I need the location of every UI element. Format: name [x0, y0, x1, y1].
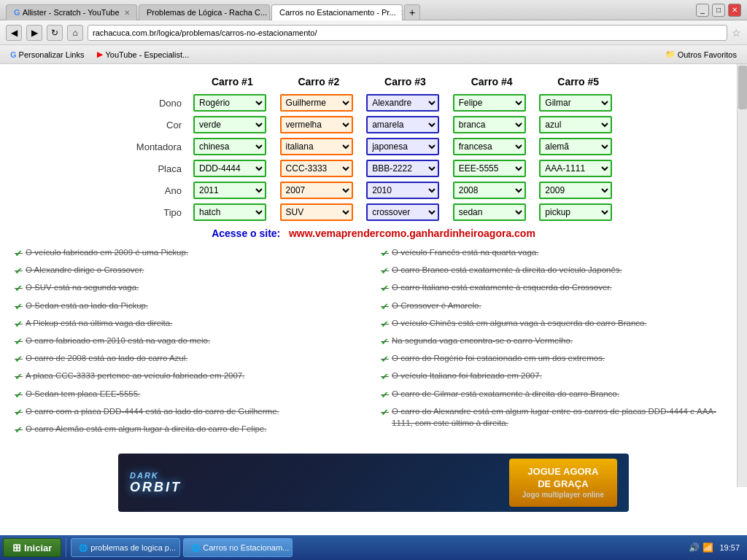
- select-car3-ano[interactable]: 2010: [366, 182, 439, 199]
- select-car3-dono[interactable]: Alexandre: [366, 94, 439, 112]
- select-car5-dono[interactable]: Gilmar: [539, 94, 612, 112]
- select-car2-dono[interactable]: Guilherme: [280, 94, 353, 112]
- clue-check-icon: ✔: [381, 353, 389, 366]
- car4-header: Carro #4: [449, 71, 535, 92]
- ad-banner[interactable]: DARK ORBIT JOGUE AGORA DE GRAÇA Jogo mul…: [118, 454, 629, 512]
- forward-button[interactable]: ▶: [26, 25, 42, 41]
- clue-text: O carro do Alexandre está em algum lugar…: [392, 405, 732, 429]
- close-button[interactable]: ✕: [728, 4, 741, 17]
- clue-text: O Alexandre dirige o Crossover.: [26, 264, 144, 276]
- clue-check-icon: ✔: [381, 282, 389, 295]
- select-car4-placa[interactable]: EEE-5555: [453, 160, 526, 177]
- clue-text: O carro Alemão está em algum lugar à dir…: [26, 423, 266, 435]
- clue-text: O carro com a placa DDD-4444 está ao lad…: [26, 405, 279, 417]
- select-car2-tipo[interactable]: SUV: [280, 203, 353, 221]
- minimize-button[interactable]: _: [696, 4, 709, 17]
- select-car1-placa[interactable]: DDD-4444: [193, 160, 266, 177]
- clue-check-icon: ✔: [15, 370, 23, 384]
- clue-check-icon: ✔: [15, 353, 23, 366]
- ad-play-button[interactable]: JOGUE AGORA DE GRAÇA Jogo multiplayer on…: [509, 459, 617, 508]
- browser-titlebar: G Allister - Scratch - YouTube ✕ Problem…: [0, 0, 747, 20]
- clue-check-icon: ✔: [381, 265, 389, 278]
- clue-item: ✔O veículo Chinês está em alguma vaga à …: [381, 317, 732, 331]
- select-car2-cor[interactable]: vermelha: [280, 116, 353, 133]
- ad-sub-text: Jogo multiplayer online: [522, 490, 604, 499]
- folder-icon: 📁: [665, 50, 676, 59]
- car5-header: Carro #5: [535, 71, 622, 92]
- scroll-thumb[interactable]: [738, 66, 747, 109]
- select-car2-placa[interactable]: CCC-3333: [280, 160, 353, 177]
- select-car1-ano[interactable]: 2011: [193, 182, 266, 199]
- clue-text: O carro Italiano está exatamente à esque…: [392, 281, 612, 293]
- back-button[interactable]: ◀: [6, 25, 22, 41]
- new-tab-button[interactable]: +: [404, 4, 420, 20]
- home-button[interactable]: ⌂: [67, 25, 83, 41]
- select-car5-ano[interactable]: 2009: [539, 182, 612, 199]
- clue-check-icon: ✔: [381, 389, 389, 402]
- select-car2-ano[interactable]: 2007: [280, 182, 353, 199]
- select-car4-montadora[interactable]: francesa: [453, 138, 526, 155]
- tab-close-icon[interactable]: ✕: [400, 9, 403, 17]
- select-car3-montadora[interactable]: japonesa: [366, 138, 439, 155]
- cell-car2-dono: Guilherme: [276, 92, 363, 114]
- select-car4-cor[interactable]: branca: [453, 116, 526, 133]
- promo-site-link[interactable]: www.vemaprendercomo.ganhardinheiroagora.…: [289, 228, 535, 239]
- select-car1-tipo[interactable]: hatch: [193, 203, 266, 221]
- clue-item: ✔O veículo Italiano foi fabricado em 200…: [381, 370, 732, 384]
- row-label-cor: Cor: [125, 114, 189, 136]
- clue-text: O Sedan tem placa EEE-5555.: [26, 388, 140, 400]
- select-car2-montadora[interactable]: italiana: [280, 138, 353, 155]
- select-car5-tipo[interactable]: pickup: [539, 203, 612, 221]
- cell-car5-cor: azul: [535, 114, 622, 136]
- clue-check-icon: ✔: [15, 300, 23, 314]
- cell-car3-dono: Alexandre: [362, 92, 449, 114]
- tab-close-icon[interactable]: ✕: [124, 9, 130, 17]
- tab-rachacuca[interactable]: Problemas de Lógica - Racha C... ✕: [139, 4, 270, 20]
- cell-car1-ano: 2011: [189, 179, 276, 201]
- tab-carros[interactable]: Carros no Estacionamento - Pr... ✕: [271, 4, 403, 20]
- clue-text: O SUV está na segunda vaga.: [26, 281, 139, 293]
- clue-item: ✔O Sedan tem placa EEE-5555.: [15, 388, 366, 402]
- clue-item: ✔O SUV está na segunda vaga.: [15, 281, 366, 295]
- clue-item: ✔O carro Branco está exatamente à direit…: [381, 264, 732, 278]
- select-car1-dono[interactable]: Rogério: [193, 94, 266, 112]
- other-favorites[interactable]: 📁 Outros Favoritos: [661, 48, 741, 61]
- select-car1-montadora[interactable]: chinesa: [193, 138, 266, 155]
- cell-car3-placa: BBB-2222: [362, 158, 449, 179]
- select-car5-placa[interactable]: AAA-1111: [539, 160, 612, 177]
- scrollbar[interactable]: [737, 64, 747, 487]
- tab-scratch[interactable]: G Allister - Scratch - YouTube ✕: [6, 4, 137, 20]
- bookmark-personalizar[interactable]: G Personalizar Links: [6, 49, 88, 61]
- select-car1-cor[interactable]: verde: [193, 116, 266, 133]
- select-car4-tipo[interactable]: sedan: [453, 203, 526, 221]
- clue-text: A Pickup está na última vaga da direita.: [26, 317, 172, 329]
- clue-item: ✔O veículo fabricado em 2009 é uma Picku…: [15, 246, 366, 260]
- cell-car3-tipo: crossover: [362, 201, 449, 223]
- maximize-button[interactable]: □: [712, 4, 725, 17]
- address-bar[interactable]: [88, 25, 727, 41]
- bookmark-star-icon[interactable]: ☆: [732, 27, 741, 39]
- bookmark-youtube[interactable]: ▶ YouTube - Especialist...: [93, 49, 193, 61]
- select-car5-cor[interactable]: azul: [539, 116, 612, 133]
- ad-logo: DARK ORBIT: [130, 471, 182, 495]
- clue-item: ✔O veículo Francês está na quarta vaga.: [381, 246, 732, 260]
- clue-text: O carro do Rogério foi estacionado em um…: [392, 352, 605, 364]
- row-label-ano: Ano: [125, 179, 189, 201]
- clue-check-icon: ✔: [381, 370, 389, 384]
- clue-text: O Sedan está ao lado da Pickup.: [26, 300, 148, 311]
- select-car4-ano[interactable]: 2008: [453, 182, 526, 199]
- clue-text: O veículo Chinês está em alguma vaga à e…: [392, 317, 647, 329]
- cell-car4-cor: branca: [449, 114, 535, 136]
- select-car4-dono[interactable]: Felipe: [453, 94, 526, 112]
- select-car5-montadora[interactable]: alemã: [539, 138, 612, 155]
- other-favorites-label: Outros Favoritos: [678, 50, 737, 59]
- cell-car2-cor: vermelha: [276, 114, 363, 136]
- clue-text: O veículo Francês está na quarta vaga.: [392, 246, 538, 258]
- select-car3-cor[interactable]: amarela: [366, 116, 439, 133]
- google-icon: G: [14, 8, 20, 17]
- clue-item: ✔O carro do Alexandre está em algum luga…: [381, 405, 732, 429]
- refresh-button[interactable]: ↻: [47, 25, 63, 41]
- ad-btn-line2: DE GRAÇA: [522, 478, 604, 491]
- select-car3-tipo[interactable]: crossover: [366, 203, 439, 221]
- select-car3-placa[interactable]: BBB-2222: [366, 160, 439, 177]
